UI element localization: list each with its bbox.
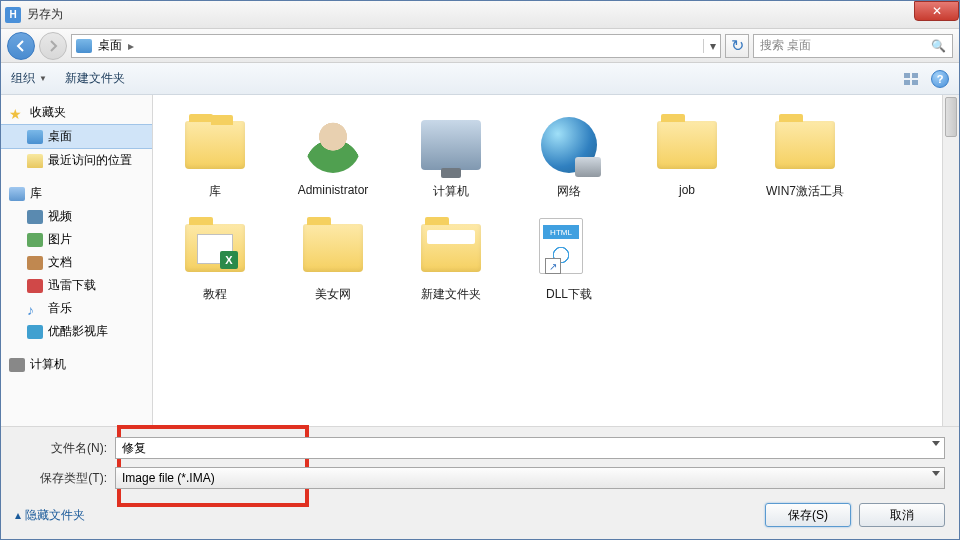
desktop-icon: [27, 130, 43, 144]
forward-button[interactable]: [39, 32, 67, 60]
picture-icon: [27, 233, 43, 247]
sidebar-recent[interactable]: 最近访问的位置: [1, 149, 152, 172]
music-icon: ♪: [27, 302, 43, 316]
bottom-panel: 文件名(N): 修复 保存类型(T): Image file (*.IMA) ▴…: [1, 426, 959, 539]
item-label: 新建文件夹: [421, 286, 481, 303]
sidebar-videos[interactable]: 视频: [1, 205, 152, 228]
file-item[interactable]: 新建文件夹: [401, 208, 501, 307]
svg-rect-2: [904, 80, 910, 85]
hide-folders-toggle[interactable]: ▴ 隐藏文件夹: [15, 507, 85, 524]
search-input[interactable]: 搜索 桌面 🔍: [753, 34, 953, 58]
item-icon: [533, 109, 605, 181]
help-icon[interactable]: ?: [931, 70, 949, 88]
filename-label: 文件名(N):: [15, 440, 107, 457]
computer-icon: [9, 358, 25, 372]
item-icon: [179, 212, 251, 284]
dialog-body: ★收藏夹 桌面 最近访问的位置 库 视频 图片 文档 迅雷下载 ♪音乐 优酷影视…: [1, 95, 959, 426]
library-icon: [9, 187, 25, 201]
item-label: 教程: [203, 286, 227, 303]
item-icon: HTML↗: [533, 212, 605, 284]
star-icon: ★: [9, 106, 25, 120]
file-item[interactable]: job: [637, 105, 737, 204]
svg-rect-0: [904, 73, 910, 78]
item-icon: [651, 109, 723, 181]
search-placeholder: 搜索 桌面: [760, 37, 811, 54]
breadcrumb[interactable]: 桌面 ▸ ▾: [71, 34, 721, 58]
file-item[interactable]: 美女网: [283, 208, 383, 307]
navigation-bar: 桌面 ▸ ▾ ↻ 搜索 桌面 🔍: [1, 29, 959, 63]
item-icon: [415, 109, 487, 181]
file-item[interactable]: HTML↗DLL下载: [519, 208, 619, 307]
item-icon: [179, 109, 251, 181]
sidebar-desktop[interactable]: 桌面: [1, 124, 152, 149]
item-label: 计算机: [433, 183, 469, 200]
scrollbar-thumb[interactable]: [945, 97, 957, 137]
scrollbar[interactable]: [942, 95, 959, 426]
savetype-combo[interactable]: Image file (*.IMA): [115, 467, 945, 489]
item-label: 网络: [557, 183, 581, 200]
breadcrumb-location: 桌面: [98, 37, 122, 54]
breadcrumb-separator: ▸: [128, 39, 134, 53]
sidebar-computer[interactable]: 计算机: [1, 353, 152, 376]
item-label: Administrator: [298, 183, 369, 197]
chevron-down-icon: [932, 441, 940, 446]
save-as-dialog: H 另存为 ✕ 桌面 ▸ ▾ ↻ 搜索 桌面 🔍 组织▼ 新建文件夹 ?: [0, 0, 960, 540]
search-icon: 🔍: [931, 39, 946, 53]
cancel-button[interactable]: 取消: [859, 503, 945, 527]
file-item[interactable]: 教程: [165, 208, 265, 307]
item-label: DLL下载: [546, 286, 592, 303]
titlebar: H 另存为 ✕: [1, 1, 959, 29]
chevron-up-icon: ▴: [15, 508, 21, 522]
save-button[interactable]: 保存(S): [765, 503, 851, 527]
file-item[interactable]: 库: [165, 105, 265, 204]
file-list[interactable]: 库Administrator计算机网络jobWIN7激活工具教程美女网新建文件夹…: [153, 95, 942, 426]
item-icon: [297, 109, 369, 181]
sidebar-music[interactable]: ♪音乐: [1, 297, 152, 320]
sidebar-documents[interactable]: 文档: [1, 251, 152, 274]
item-label: 库: [209, 183, 221, 200]
folder-icon: [27, 154, 43, 168]
sidebar: ★收藏夹 桌面 最近访问的位置 库 视频 图片 文档 迅雷下载 ♪音乐 优酷影视…: [1, 95, 153, 426]
chevron-down-icon: [932, 471, 940, 476]
file-item[interactable]: 网络: [519, 105, 619, 204]
window-title: 另存为: [27, 6, 63, 23]
toolbar: 组织▼ 新建文件夹 ?: [1, 63, 959, 95]
file-item[interactable]: Administrator: [283, 105, 383, 204]
svg-rect-1: [912, 73, 918, 78]
svg-rect-3: [912, 80, 918, 85]
sidebar-xunlei[interactable]: 迅雷下载: [1, 274, 152, 297]
sidebar-youku[interactable]: 优酷影视库: [1, 320, 152, 343]
sidebar-pictures[interactable]: 图片: [1, 228, 152, 251]
item-icon: [415, 212, 487, 284]
new-folder-button[interactable]: 新建文件夹: [65, 70, 125, 87]
desktop-icon: [76, 39, 92, 53]
filename-input[interactable]: 修复: [115, 437, 945, 459]
document-icon: [27, 256, 43, 270]
sidebar-favorites[interactable]: ★收藏夹: [1, 101, 152, 124]
item-label: 美女网: [315, 286, 351, 303]
youku-icon: [27, 325, 43, 339]
close-button[interactable]: ✕: [914, 1, 959, 21]
back-button[interactable]: [7, 32, 35, 60]
organize-menu[interactable]: 组织▼: [11, 70, 47, 87]
download-icon: [27, 279, 43, 293]
item-label: job: [679, 183, 695, 197]
file-item[interactable]: WIN7激活工具: [755, 105, 855, 204]
view-options-icon[interactable]: [903, 71, 921, 87]
breadcrumb-dropdown-icon[interactable]: ▾: [703, 39, 716, 53]
item-icon: [769, 109, 841, 181]
item-icon: [297, 212, 369, 284]
refresh-button[interactable]: ↻: [725, 34, 749, 58]
app-icon: H: [5, 7, 21, 23]
file-item[interactable]: 计算机: [401, 105, 501, 204]
video-icon: [27, 210, 43, 224]
savetype-label: 保存类型(T):: [15, 470, 107, 487]
item-label: WIN7激活工具: [766, 183, 844, 200]
sidebar-libraries[interactable]: 库: [1, 182, 152, 205]
